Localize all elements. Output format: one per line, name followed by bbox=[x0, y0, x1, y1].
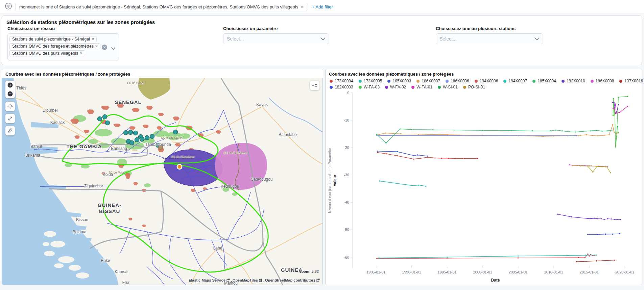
series-point-186X0007[interactable] bbox=[609, 134, 610, 135]
series-point-W-FA-03[interactable] bbox=[614, 114, 615, 116]
series-point-194X0007[interactable] bbox=[447, 257, 448, 258]
station-marker-teal[interactable] bbox=[103, 115, 107, 119]
attribution-link[interactable]: Elastic Maps Service bbox=[189, 278, 225, 282]
pill-remove-icon[interactable]: × bbox=[80, 51, 82, 56]
legend-item-186X0006[interactable]: 186X0006 bbox=[446, 79, 469, 83]
series-point-185X0004[interactable] bbox=[432, 129, 434, 131]
series-point-PO-SI-01[interactable] bbox=[605, 166, 606, 167]
station-marker-teal[interactable] bbox=[105, 121, 110, 125]
legend-item-186X0008[interactable]: 186X0008 bbox=[591, 79, 614, 83]
series-point-W-FA-02[interactable] bbox=[615, 103, 616, 105]
series-point-173X0004[interactable] bbox=[477, 158, 478, 159]
legend-item-173X0005[interactable]: 173X0005 bbox=[359, 79, 382, 83]
series-point-182X0003[interactable] bbox=[587, 234, 589, 235]
series-point-186X0007[interactable] bbox=[543, 136, 544, 137]
series-point-185X0004[interactable] bbox=[555, 130, 556, 131]
series-line-186X0006[interactable] bbox=[377, 135, 577, 136]
series-point-182X0009[interactable] bbox=[606, 166, 608, 168]
series-point-182X0009[interactable] bbox=[592, 172, 594, 173]
station-marker-teal[interactable] bbox=[173, 130, 178, 134]
series-point-PO-SI-01[interactable] bbox=[589, 165, 590, 167]
series-point-173X0004[interactable] bbox=[441, 158, 442, 159]
series-point-W-FA-01[interactable] bbox=[613, 108, 614, 109]
series-point-W-FA-02[interactable] bbox=[614, 102, 615, 103]
series-point-W-FA-01[interactable] bbox=[627, 106, 628, 107]
station-marker-teal[interactable] bbox=[145, 136, 149, 140]
series-point-W-FA-03[interactable] bbox=[618, 97, 619, 98]
filter-icon[interactable] bbox=[5, 2, 12, 11]
series-line-W-SI-01[interactable] bbox=[618, 127, 618, 132]
series-point-173X0004[interactable] bbox=[397, 155, 398, 157]
map-zoom-out-button[interactable] bbox=[5, 89, 15, 98]
series-point-173X0005[interactable] bbox=[412, 185, 414, 186]
map-locate-button[interactable] bbox=[5, 102, 15, 111]
add-filter-button[interactable]: + Add filter bbox=[312, 4, 333, 9]
station-marker-teal[interactable] bbox=[130, 141, 134, 145]
series-point-186X0007[interactable] bbox=[586, 134, 587, 135]
legend-item-W-FA-03[interactable]: W-FA-03 bbox=[359, 85, 380, 89]
series-point-W-SI-01[interactable] bbox=[617, 126, 618, 127]
series-point-185X0004[interactable] bbox=[601, 131, 603, 132]
series-point-185X0004[interactable] bbox=[611, 130, 613, 131]
series-point-182X0009[interactable] bbox=[587, 166, 589, 167]
series-point-192X0010[interactable] bbox=[571, 216, 572, 218]
series-point-137X0016[interactable] bbox=[576, 261, 577, 263]
series-point-186X0007[interactable] bbox=[597, 135, 598, 137]
station-marker-teal[interactable] bbox=[128, 130, 133, 135]
legend-item-185X0004[interactable]: 185X0004 bbox=[532, 79, 556, 83]
legend-item-192X0010[interactable]: 192X0010 bbox=[562, 79, 585, 83]
series-point-194X0006[interactable] bbox=[587, 254, 589, 255]
series-point-W-SI-01[interactable] bbox=[617, 132, 619, 133]
series-point-192X0010[interactable] bbox=[594, 218, 596, 219]
legend-item-182X0003[interactable]: 182X0003 bbox=[330, 85, 353, 89]
series-point-185X0004[interactable] bbox=[590, 130, 591, 132]
series-point-W-FA-02[interactable] bbox=[616, 112, 617, 113]
series-point-194X0007[interactable] bbox=[518, 256, 519, 257]
series-line-137X0016[interactable] bbox=[576, 260, 615, 262]
series-point-W-FA-03[interactable] bbox=[615, 147, 616, 148]
series-point-W-FA-02[interactable] bbox=[612, 102, 614, 103]
series-point-186X0007[interactable] bbox=[603, 135, 605, 136]
station-marker-teal[interactable] bbox=[98, 117, 102, 121]
series-point-186X0007[interactable] bbox=[612, 124, 614, 126]
station-marker-tan[interactable] bbox=[159, 145, 163, 150]
legend-item-173X0004[interactable]: 173X0004 bbox=[330, 79, 353, 83]
series-line-182X0003[interactable] bbox=[588, 234, 620, 235]
series-point-W-FA-01[interactable] bbox=[615, 113, 616, 114]
station-marker-teal[interactable] bbox=[124, 131, 128, 135]
series-point-185X0004[interactable] bbox=[562, 130, 563, 132]
series-point-192X0010[interactable] bbox=[617, 219, 618, 220]
filter-pill[interactable]: monname: is one of Stations de suivi pie… bbox=[16, 3, 307, 11]
series-point-PO-SI-01[interactable] bbox=[599, 166, 601, 167]
series-point-W-FA-02[interactable] bbox=[617, 109, 618, 111]
series-point-W-FA-02[interactable] bbox=[614, 107, 616, 108]
series-point-173X0004[interactable] bbox=[420, 158, 422, 159]
series-point-186X0007[interactable] bbox=[592, 135, 593, 136]
map-zoom-in-button[interactable] bbox=[5, 81, 15, 89]
station-marker-orange[interactable] bbox=[177, 164, 182, 169]
map-canvas[interactable]: ThièsDiourbelSENEGALKayesKaolackBafoulab… bbox=[2, 78, 323, 285]
reseau-selected-pill[interactable]: Stations OMVG des forages et piézomètres… bbox=[9, 43, 100, 49]
series-point-186X0007[interactable] bbox=[580, 135, 581, 136]
series-point-186X0007[interactable] bbox=[385, 132, 386, 134]
series-point-185X0004[interactable] bbox=[569, 131, 570, 132]
series-point-194X0007[interactable] bbox=[596, 255, 597, 256]
series-point-192X0010[interactable] bbox=[597, 218, 598, 219]
series-point-182X0003[interactable] bbox=[619, 233, 621, 235]
series-point-194X0006[interactable] bbox=[376, 258, 378, 259]
station-marker-teal[interactable] bbox=[134, 131, 138, 135]
series-point-186X0007[interactable] bbox=[447, 134, 448, 135]
station-marker-teal[interactable] bbox=[150, 134, 154, 139]
legend-item-PO-SI-01[interactable]: PO-SI-01 bbox=[463, 85, 485, 89]
legend-item-W-FA-02[interactable]: W-FA-02 bbox=[385, 85, 406, 89]
series-point-137X0016[interactable] bbox=[614, 260, 616, 261]
series-point-192X0010[interactable] bbox=[587, 218, 589, 219]
series-point-185X0004[interactable] bbox=[385, 142, 387, 144]
series-point-194X0006[interactable] bbox=[578, 257, 579, 258]
series-point-192X0010[interactable] bbox=[603, 219, 605, 220]
series-point-185X0004[interactable] bbox=[550, 130, 551, 132]
series-point-185X0004[interactable] bbox=[510, 130, 512, 131]
series-point-W-FA-03[interactable] bbox=[613, 115, 614, 116]
series-point-185X0004[interactable] bbox=[532, 130, 533, 132]
series-point-192X0010[interactable] bbox=[614, 219, 616, 220]
